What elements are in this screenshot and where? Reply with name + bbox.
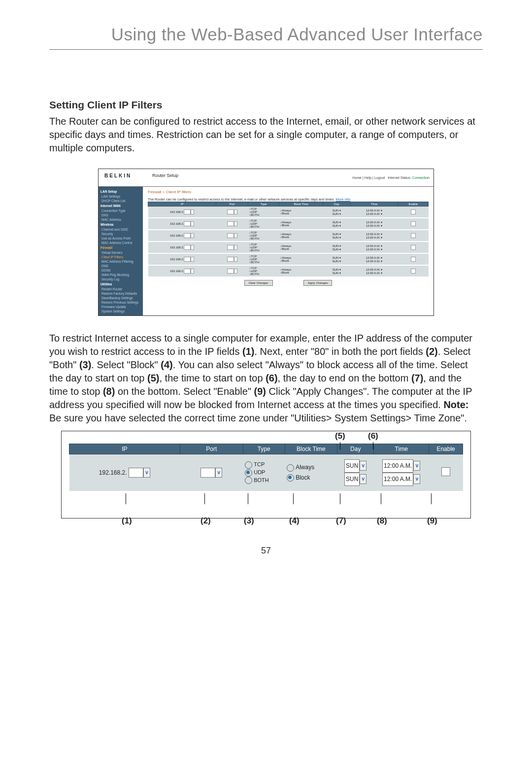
chevron-down-icon[interactable]: v — [413, 461, 420, 471]
bt-block[interactable]: Block — [282, 212, 289, 215]
port-input[interactable] — [227, 209, 234, 214]
day-select[interactable]: SUN — [332, 268, 339, 271]
bt-block[interactable]: Block — [282, 224, 289, 227]
type-both[interactable]: BOTH — [251, 213, 259, 216]
port-input[interactable] — [227, 257, 234, 262]
more-info-link[interactable]: More Info — [336, 198, 351, 201]
sidebar-item[interactable]: Channel and SSID — [99, 227, 143, 232]
time-select[interactable]: 12:00 A.M. — [366, 244, 380, 247]
time-select[interactable]: 12:00 A.M. — [366, 233, 380, 236]
radio-both[interactable] — [245, 477, 252, 484]
radio-tcp[interactable] — [245, 461, 252, 469]
port-input[interactable] — [227, 269, 234, 274]
time-select[interactable]: 12:00 A.M. — [366, 248, 380, 251]
chevron-down-icon[interactable] — [234, 233, 237, 238]
time-select[interactable]: 12:00 A.M. — [366, 272, 380, 275]
sidebar-item[interactable]: Internet WAN — [99, 203, 143, 208]
day-select[interactable]: SUN — [332, 224, 339, 227]
enable-checkbox[interactable] — [411, 245, 416, 250]
day-select[interactable]: SUN — [332, 221, 339, 224]
chevron-down-icon[interactable] — [191, 233, 194, 238]
ip-input[interactable] — [184, 269, 191, 274]
enable-checkbox[interactable] — [411, 269, 416, 274]
time-select[interactable]: 12:00 A.M. — [366, 212, 380, 215]
bt-block[interactable]: Block — [282, 259, 289, 262]
type-both[interactable]: BOTH — [251, 225, 259, 228]
day-select[interactable]: SUN — [332, 260, 339, 263]
help-link[interactable]: Help — [365, 176, 371, 179]
sidebar-item[interactable]: MAC Address Control — [99, 241, 143, 245]
time-select[interactable]: 12:00 A.M. — [366, 256, 380, 259]
chevron-down-icon[interactable] — [191, 221, 194, 226]
enable-checkbox[interactable] — [411, 257, 416, 262]
ip-input[interactable] — [184, 221, 191, 226]
ip-input[interactable] — [184, 245, 191, 250]
day-select-start[interactable]: SUN — [344, 459, 360, 473]
ip-input[interactable] — [184, 233, 191, 238]
chevron-down-icon[interactable] — [191, 209, 194, 214]
bt-block[interactable]: Block — [282, 271, 289, 274]
chevron-down-icon[interactable]: v — [215, 468, 222, 478]
day-select[interactable]: SUN — [332, 212, 339, 215]
port-input[interactable] — [200, 468, 215, 478]
type-both[interactable]: BOTH — [251, 249, 259, 252]
radio-always[interactable] — [287, 464, 294, 472]
sidebar-item[interactable]: DDNS — [99, 268, 143, 273]
chevron-down-icon[interactable] — [234, 221, 237, 226]
time-select-end[interactable]: 12:00 A.M. — [382, 473, 413, 486]
time-select[interactable]: 12:00 A.M. — [366, 260, 380, 263]
enable-checkbox[interactable] — [411, 233, 416, 238]
clear-changes-button[interactable]: Clear Changes — [244, 280, 273, 286]
time-select[interactable]: 12:00 A.M. — [366, 236, 380, 239]
time-select-start[interactable]: 12:00 A.M. — [382, 459, 413, 473]
sidebar-item-active[interactable]: Client IP Filters — [99, 255, 143, 259]
port-input[interactable] — [227, 245, 234, 250]
radio-block[interactable] — [287, 474, 294, 482]
sidebar-item[interactable]: Firmware Update — [99, 305, 143, 309]
sidebar-item[interactable]: Security Log — [99, 277, 143, 281]
sidebar-item[interactable]: Restart Router — [99, 287, 143, 291]
chevron-down-icon[interactable]: v — [143, 468, 150, 478]
apply-changes-button[interactable]: Apply Changes — [303, 280, 332, 286]
sidebar-item[interactable]: MAC Address Filtering — [99, 259, 143, 264]
sidebar-item[interactable]: Virtual Servers — [99, 250, 143, 255]
port-input[interactable] — [227, 221, 234, 226]
sidebar-item[interactable]: DMZ — [99, 264, 143, 268]
sidebar-item[interactable]: Security — [99, 232, 143, 236]
sidebar-item[interactable]: DHCP Client List — [99, 199, 143, 203]
ip-input[interactable] — [184, 257, 191, 262]
chevron-down-icon[interactable] — [191, 257, 194, 262]
chevron-down-icon[interactable] — [234, 245, 237, 250]
ip-input[interactable] — [129, 468, 143, 478]
type-both[interactable]: BOTH — [251, 273, 259, 276]
day-select[interactable]: SUN — [332, 244, 339, 247]
chevron-down-icon[interactable]: v — [413, 474, 420, 484]
chevron-down-icon[interactable] — [234, 209, 237, 214]
sidebar-item[interactable]: LAN Settings — [99, 194, 143, 199]
chevron-down-icon[interactable] — [191, 269, 194, 274]
sidebar-item[interactable]: Restore Factory Defaults — [99, 291, 143, 296]
day-select-end[interactable]: SUN — [344, 473, 360, 486]
day-select[interactable]: SUN — [332, 233, 339, 236]
enable-checkbox[interactable] — [441, 467, 450, 476]
day-select[interactable]: SUN — [332, 256, 339, 259]
time-select[interactable]: 12:00 A.M. — [366, 268, 380, 271]
sidebar-item[interactable]: MAC Address — [99, 217, 143, 222]
sidebar-item[interactable]: Connection Type — [99, 208, 143, 213]
bt-block[interactable]: Block — [282, 247, 289, 250]
time-select[interactable]: 12:00 A.M. — [366, 221, 380, 224]
sidebar-item[interactable]: Save/Backup Settings — [99, 296, 143, 300]
enable-checkbox[interactable] — [411, 209, 416, 214]
day-select[interactable]: SUN — [332, 236, 339, 239]
radio-udp[interactable] — [245, 469, 252, 477]
time-select[interactable]: 12:00 A.M. — [366, 224, 380, 227]
enable-checkbox[interactable] — [411, 221, 416, 226]
bt-block[interactable]: Block — [282, 236, 289, 239]
chevron-down-icon[interactable]: v — [360, 461, 366, 471]
sidebar-item[interactable]: System Settings — [99, 309, 143, 313]
day-select[interactable]: SUN — [332, 248, 339, 251]
sidebar-item[interactable]: DNS — [99, 213, 143, 217]
chevron-down-icon[interactable] — [234, 269, 237, 274]
chevron-down-icon[interactable] — [234, 257, 237, 262]
sidebar-item[interactable]: Use as Access Point — [99, 236, 143, 241]
